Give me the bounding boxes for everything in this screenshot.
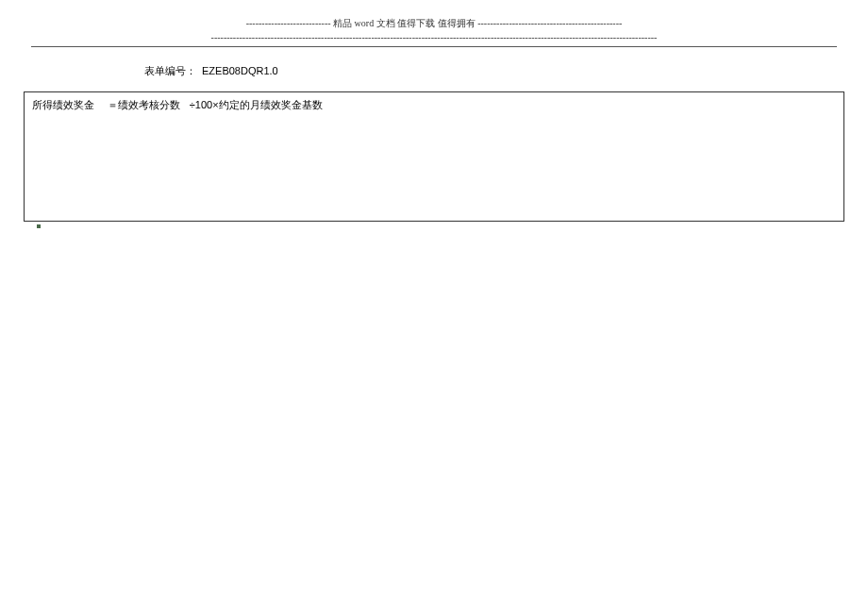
header-dash-prefix: ---------------------------	[246, 18, 331, 28]
header-dash-suffix: ----------------------------------------…	[477, 18, 622, 28]
formula-part-2: ＝绩效考核分数	[108, 99, 180, 110]
formula-part-1: 所得绩效奖金	[32, 99, 94, 110]
formula-line: 所得绩效奖金 ＝绩效考核分数 ÷100×约定的月绩效奖金基数	[32, 98, 836, 112]
form-id-value: EZEB08DQR1.0	[202, 65, 278, 76]
form-id-label: 表单编号：	[144, 65, 196, 76]
header-banner-line-2: ----------------------------------------…	[24, 32, 844, 42]
header-title-text: 精品 word 文档 值得下载 值得拥有	[331, 18, 478, 28]
marker-dot-icon	[37, 224, 41, 228]
form-id-row: 表单编号：EZEB08DQR1.0	[144, 64, 844, 78]
content-box: 所得绩效奖金 ＝绩效考核分数 ÷100×约定的月绩效奖金基数	[24, 91, 844, 222]
header-banner-line-1: --------------------------- 精品 word 文档 值…	[24, 17, 844, 30]
header-divider	[31, 46, 837, 47]
formula-part-3: ÷100×约定的月绩效奖金基数	[190, 99, 323, 110]
document-page: --------------------------- 精品 word 文档 值…	[0, 0, 868, 222]
